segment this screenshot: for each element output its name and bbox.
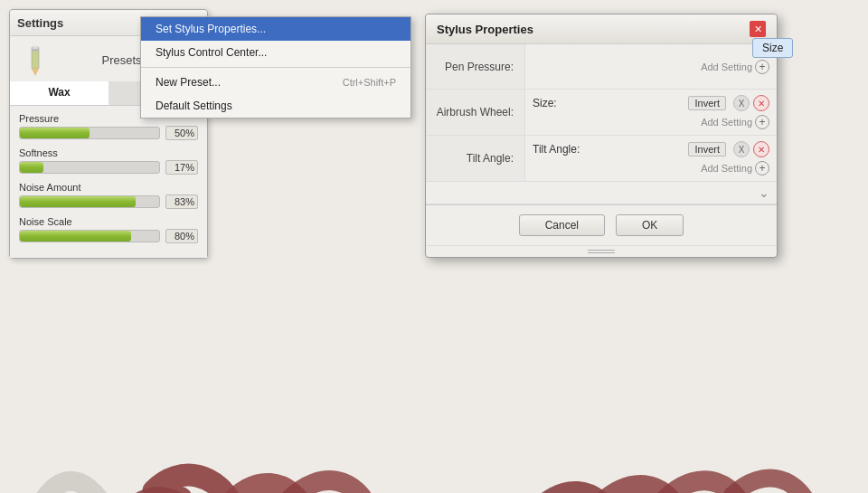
noise-amount-fill bbox=[20, 196, 136, 207]
noise-scale-label: Noise Scale bbox=[19, 216, 198, 227]
dialog-body: Pen Pressure: Add Setting + Airbrush Whe… bbox=[426, 44, 777, 204]
noise-amount-control: 83% bbox=[19, 194, 198, 209]
stylus-properties-dialog: Stylus Properties ✕ Pen Pressure: Add Se… bbox=[425, 14, 778, 258]
brush-strokes bbox=[0, 280, 868, 493]
tilt-remove-button[interactable]: ✕ bbox=[753, 141, 769, 157]
softness-label: Softness bbox=[19, 147, 198, 158]
menu-item-new-preset-label: New Preset... bbox=[156, 76, 221, 89]
airbrush-add-setting[interactable]: Add Setting + bbox=[701, 115, 769, 129]
noise-amount-value: 83% bbox=[165, 194, 198, 209]
airbrush-label: Airbrush Wheel: bbox=[426, 90, 525, 135]
noise-amount-label: Noise Amount bbox=[19, 182, 198, 193]
airbrush-controls: Invert X ✕ bbox=[688, 95, 769, 111]
menu-item-new-preset[interactable]: New Preset... Ctrl+Shift+P bbox=[141, 71, 410, 94]
airbrush-invert-button[interactable]: Invert bbox=[688, 96, 726, 110]
tilt-content: Tilt Angle: Invert X ✕ Add Setting + bbox=[525, 136, 777, 181]
dialog-row-pen-pressure: Pen Pressure: Add Setting + bbox=[426, 44, 777, 90]
pen-pressure-add-label: Add Setting bbox=[701, 62, 752, 72]
grip-lines bbox=[588, 250, 615, 253]
grip-line-2 bbox=[588, 252, 615, 253]
softness-control: 17% bbox=[19, 160, 198, 175]
dialog-grip bbox=[426, 245, 777, 257]
slider-noise-amount: Noise Amount 83% bbox=[19, 182, 198, 209]
scroll-down-icon[interactable]: ⌄ bbox=[759, 185, 769, 200]
svg-marker-1 bbox=[32, 69, 39, 76]
settings-title: Settings bbox=[17, 16, 63, 30]
tilt-label: Tilt Angle: bbox=[426, 136, 525, 181]
tilt-x-button[interactable]: X bbox=[733, 141, 750, 157]
pressure-fill bbox=[20, 128, 90, 138]
pen-pressure-content: Add Setting + bbox=[525, 44, 777, 89]
tilt-angle-label: Tilt Angle: bbox=[533, 143, 580, 156]
menu-item-stylus-control-label: Stylus Control Center... bbox=[156, 46, 267, 59]
tilt-angle-row: Tilt Angle: Invert X ✕ bbox=[533, 139, 769, 159]
dialog-scroll-arrow: ⌄ bbox=[426, 182, 777, 204]
pen-pressure-add-setting[interactable]: Add Setting + bbox=[701, 60, 769, 74]
softness-fill bbox=[20, 162, 43, 173]
dialog-close-button[interactable]: ✕ bbox=[750, 21, 766, 37]
dialog-footer: Cancel OK bbox=[426, 204, 777, 245]
airbrush-content: Size: Invert X ✕ Add Setting + bbox=[525, 90, 777, 135]
menu-item-set-stylus-label: Set Stylus Properties... bbox=[156, 23, 266, 35]
noise-scale-track[interactable] bbox=[19, 230, 160, 242]
pen-pressure-label: Pen Pressure: bbox=[426, 44, 525, 89]
sliders-area: Pressure 50% Softness 17% bbox=[10, 106, 207, 258]
menu-divider bbox=[141, 67, 410, 68]
pressure-value: 50% bbox=[165, 126, 198, 140]
noise-scale-control: 80% bbox=[19, 229, 198, 243]
pen-pressure-add: Add Setting + bbox=[533, 58, 769, 76]
airbrush-add-circle[interactable]: + bbox=[755, 115, 769, 129]
pencil-icon bbox=[17, 42, 53, 78]
noise-amount-track[interactable] bbox=[19, 195, 160, 208]
ok-button[interactable]: OK bbox=[616, 214, 684, 236]
dialog-row-tilt: Tilt Angle: Tilt Angle: Invert X ✕ Add bbox=[426, 136, 777, 182]
dialog-header: Stylus Properties ✕ bbox=[426, 14, 777, 44]
airbrush-remove-button[interactable]: ✕ bbox=[753, 95, 769, 111]
cancel-button[interactable]: Cancel bbox=[519, 214, 605, 236]
tilt-invert-button[interactable]: Invert bbox=[688, 142, 726, 156]
airbrush-add-label: Add Setting bbox=[701, 117, 752, 128]
dropdown-menu: Set Stylus Properties... Stylus Control … bbox=[140, 16, 411, 119]
menu-item-default-settings-label: Default Settings bbox=[156, 100, 232, 112]
airbrush-size-label: Size: bbox=[533, 97, 557, 109]
pen-pressure-add-circle[interactable]: + bbox=[755, 60, 769, 74]
tilt-add-label: Add Setting bbox=[701, 163, 752, 174]
canvas-area: Settings ☰ Presets... Wax Chalk bbox=[0, 0, 868, 493]
noise-scale-value: 80% bbox=[165, 229, 198, 243]
menu-item-stylus-control[interactable]: Stylus Control Center... bbox=[141, 41, 410, 64]
softness-value: 17% bbox=[165, 160, 198, 175]
pressure-track[interactable] bbox=[19, 127, 160, 139]
airbrush-add-row: Add Setting + bbox=[533, 113, 769, 131]
tilt-add-setting[interactable]: Add Setting + bbox=[701, 161, 769, 175]
tilt-add-circle[interactable]: + bbox=[755, 161, 769, 175]
airbrush-size-row: Size: Invert X ✕ bbox=[533, 93, 769, 113]
dialog-title: Stylus Properties bbox=[437, 23, 533, 36]
pressure-control: 50% bbox=[19, 126, 198, 140]
slider-softness: Softness 17% bbox=[19, 147, 198, 175]
tilt-add-row: Add Setting + bbox=[533, 159, 769, 177]
size-badge: Size bbox=[752, 38, 793, 58]
airbrush-x-button[interactable]: X bbox=[733, 95, 750, 111]
svg-rect-3 bbox=[33, 47, 38, 49]
softness-track[interactable] bbox=[19, 161, 160, 174]
noise-scale-fill bbox=[20, 231, 131, 242]
grip-line-1 bbox=[588, 250, 615, 251]
menu-item-default-settings[interactable]: Default Settings bbox=[141, 94, 410, 118]
slider-noise-scale: Noise Scale 80% bbox=[19, 216, 198, 243]
menu-item-set-stylus[interactable]: Set Stylus Properties... bbox=[141, 17, 410, 41]
tilt-controls: Invert X ✕ bbox=[688, 141, 769, 157]
tab-wax[interactable]: Wax bbox=[10, 81, 108, 105]
dialog-row-airbrush: Airbrush Wheel: Size: Invert X ✕ Add S bbox=[426, 90, 777, 136]
menu-item-new-preset-shortcut: Ctrl+Shift+P bbox=[343, 77, 396, 88]
